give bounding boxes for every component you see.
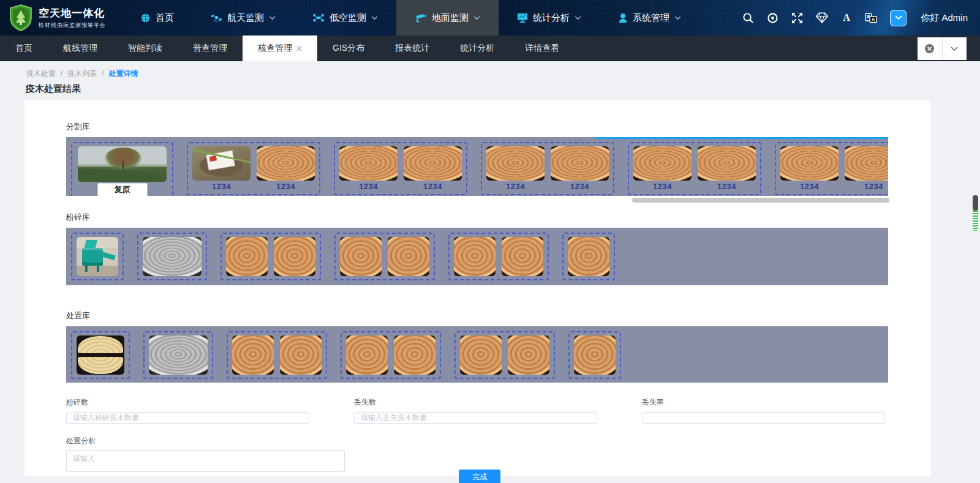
chevron-down-icon (674, 16, 681, 20)
gallery-card[interactable]: 12341234 (775, 142, 888, 195)
menu-item-label: 统计分析 (533, 12, 570, 24)
horizontal-scrollbar[interactable] (632, 198, 889, 203)
log-cross-section-photo[interactable] (404, 146, 462, 181)
menu-item-low-altitude-monitor[interactable]: 低空监测 (294, 0, 396, 36)
tab-actions (918, 37, 967, 60)
log-cross-section-photo[interactable] (845, 146, 888, 181)
globe-icon (140, 13, 151, 23)
log-cross-section-photo[interactable] (274, 237, 315, 276)
log-cross-section-photo[interactable] (502, 237, 543, 276)
breadcrumb-item[interactable]: 疫木列表 (67, 69, 97, 79)
tab-smart-interpretation[interactable]: 智能判读 (113, 36, 178, 61)
log-cross-section-photo[interactable] (574, 335, 616, 375)
image-label: 1234 (212, 182, 231, 191)
gallery-card[interactable] (454, 331, 555, 379)
restore-button[interactable]: 复原 (97, 183, 148, 196)
complete-button[interactable]: 完成 (459, 470, 500, 483)
field-label-disposal-analysis: 处置分析 (66, 436, 345, 446)
tab-route-management[interactable]: 航线管理 (48, 36, 113, 61)
log-cross-section-photo[interactable] (508, 335, 549, 375)
page-content: 疫木处置 / 疫木列表 / 处置详情 疫木处置结果 分割库 复原12341234… (0, 61, 980, 483)
gallery-card[interactable] (227, 331, 327, 379)
tab-statistical-analysis[interactable]: 统计分析 (445, 36, 510, 61)
log-cross-section-photo[interactable] (340, 237, 382, 276)
gallery-card[interactable]: 12341234 (481, 142, 614, 195)
tab-survey-management[interactable]: 普查管理 (178, 36, 243, 61)
log-cross-section-photo[interactable] (280, 335, 322, 375)
log-cross-section-photo[interactable] (226, 237, 268, 276)
log-cross-section-photo[interactable] (232, 335, 274, 375)
crushing-gallery (66, 228, 888, 285)
wrapped-log-photo[interactable] (192, 146, 251, 181)
log-cross-section-gray-photo[interactable] (149, 335, 208, 375)
menu-item-home[interactable]: 首页 (122, 0, 192, 36)
menu-item-system-admin[interactable]: 系统管理 (600, 0, 699, 36)
image-label: 1234 (359, 182, 378, 191)
form-row: 粉碎数 丢失数 丢失率 (66, 397, 893, 424)
cut-log-halves-photo[interactable] (77, 335, 124, 375)
gallery-card[interactable] (143, 331, 213, 379)
gallery-card[interactable] (568, 331, 621, 379)
log-cross-section-photo[interactable] (346, 335, 388, 375)
lost-count-input[interactable] (354, 412, 597, 424)
app-title: 空天地一体化 (39, 6, 106, 20)
search-icon[interactable] (742, 12, 754, 24)
log-cross-section-photo[interactable] (339, 146, 398, 181)
gallery-card[interactable] (71, 331, 130, 379)
menu-item-ground-monitor[interactable]: 地面监测 (396, 0, 499, 36)
gallery-card[interactable] (562, 233, 615, 280)
crushed-count-input[interactable] (66, 412, 309, 424)
font-size-icon[interactable]: A (841, 12, 852, 23)
close-all-tabs-button[interactable] (918, 37, 942, 60)
gallery-card[interactable]: 复原 (71, 142, 173, 196)
gallery-card[interactable]: 12341234 (187, 142, 320, 195)
gallery-card[interactable] (334, 233, 435, 280)
gallery-card[interactable] (341, 331, 441, 379)
breadcrumb: 疫木处置 / 疫木列表 / 处置详情 (0, 61, 980, 79)
crusher-machine-photo[interactable] (77, 237, 118, 276)
menu-item-label: 低空监测 (330, 12, 366, 24)
log-cross-section-photo[interactable] (394, 335, 435, 375)
tab-home[interactable]: 首页 (0, 36, 48, 61)
log-cross-section-photo[interactable] (568, 237, 609, 276)
menu-item-statistics[interactable]: 统计分析 (499, 0, 600, 36)
tab-menu-dropdown-button[interactable] (942, 37, 967, 60)
gallery-card[interactable]: 12341234 (628, 142, 761, 195)
cctv-camera-icon (415, 13, 427, 23)
log-cross-section-gray-photo[interactable] (143, 237, 202, 276)
gallery-card[interactable] (137, 233, 207, 280)
gallery-card[interactable] (71, 233, 124, 280)
tab-gis-distribution[interactable]: GIS分布 (317, 36, 380, 61)
log-cross-section-photo[interactable] (698, 146, 756, 181)
log-cross-section-photo[interactable] (633, 146, 692, 181)
log-cross-section-photo[interactable] (388, 237, 429, 276)
tab-verification-management[interactable]: 核查管理 (243, 36, 317, 61)
user-avatar-button[interactable] (890, 10, 907, 26)
scrollbar-thumb[interactable] (973, 195, 978, 211)
vertical-scrollbar[interactable] (973, 195, 978, 231)
tab-detail-view[interactable]: 详情查看 (510, 36, 575, 61)
log-cross-section-photo[interactable] (780, 146, 839, 181)
tab-report-statistics[interactable]: 报表统计 (380, 36, 445, 61)
disposal-analysis-textarea[interactable] (66, 450, 345, 472)
log-cross-section-photo[interactable] (454, 237, 496, 276)
gem-icon[interactable] (816, 12, 828, 23)
breadcrumb-item[interactable]: 疫木处置 (26, 69, 56, 79)
drone-icon (312, 13, 325, 23)
gallery-card[interactable]: 12341234 (334, 142, 467, 195)
loss-rate-input[interactable] (642, 412, 885, 424)
log-cross-section-photo[interactable] (460, 335, 502, 375)
page-title: 疫木处置结果 (26, 83, 980, 95)
target-icon[interactable] (767, 12, 778, 24)
top-nav: 空天地一体化 松材线虫病监测预警平台 首页 航天监测 (0, 0, 980, 36)
log-cross-section-photo[interactable] (257, 146, 315, 181)
tree-photo[interactable] (78, 146, 167, 182)
translate-icon[interactable]: A (865, 12, 877, 24)
gallery-card[interactable] (448, 233, 549, 280)
fullscreen-icon[interactable] (791, 12, 803, 24)
log-cross-section-photo[interactable] (551, 146, 609, 181)
menu-item-space-monitor[interactable]: 航天监测 (192, 0, 294, 36)
gallery-card[interactable] (221, 233, 321, 280)
log-cross-section-photo[interactable] (486, 146, 545, 181)
tab-close-icon[interactable] (296, 46, 302, 51)
